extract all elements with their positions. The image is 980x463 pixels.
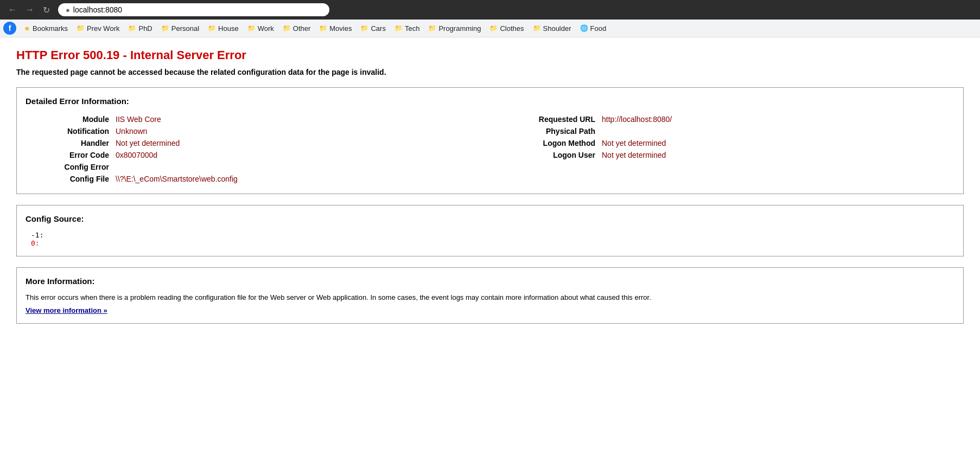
more-info-box: More Information: This error occurs when… xyxy=(16,267,964,324)
bookmark-item-work[interactable]: 📁 Work xyxy=(243,23,278,34)
folder-icon: 📁 xyxy=(428,24,436,32)
bookmark-label: Prev Work xyxy=(87,24,119,33)
folder-icon: 📁 xyxy=(319,24,327,32)
bookmark-label: Movies xyxy=(329,24,352,33)
config-line-2: 0: xyxy=(31,239,954,247)
bookmark-label: Clothes xyxy=(500,24,524,33)
table-row: Module IIS Web Core xyxy=(26,113,490,125)
field-label: Handler xyxy=(26,137,112,149)
star-icon: ★ xyxy=(24,24,30,33)
config-source-title: Config Source: xyxy=(26,214,954,223)
folder-icon: 📁 xyxy=(533,24,541,32)
bookmark-item-bookmarks[interactable]: ★ Bookmarks xyxy=(20,23,72,34)
lock-icon: ● xyxy=(66,6,70,14)
left-details: Module IIS Web Core Notification Unknown… xyxy=(26,113,490,185)
field-label: Config File xyxy=(26,173,112,185)
field-label: Logon User xyxy=(490,149,599,161)
folder-icon: 📁 xyxy=(283,24,291,32)
bookmark-item-tech[interactable]: 📁 Tech xyxy=(390,23,424,34)
folder-icon: 📁 xyxy=(128,24,136,32)
config-source-box: Config Source: -1: 0: xyxy=(16,205,964,256)
page-content: HTTP Error 500.19 - Internal Server Erro… xyxy=(0,37,980,345)
table-row: Requested URL http://localhost:8080/ xyxy=(490,113,954,125)
bookmark-label: Other xyxy=(293,24,311,33)
bookmark-label: Work xyxy=(258,24,274,33)
bookmark-label: Shoulder xyxy=(543,24,571,33)
facebook-icon[interactable]: f xyxy=(3,22,16,35)
folder-icon: 📁 xyxy=(161,24,169,32)
bookmark-label: PhD xyxy=(138,24,152,33)
detailed-error-title: Detailed Error Information: xyxy=(26,97,954,106)
table-row: Logon User Not yet determined xyxy=(490,149,954,161)
bookmark-item-prevwork[interactable]: 📁 Prev Work xyxy=(72,23,124,34)
error-title: HTTP Error 500.19 - Internal Server Erro… xyxy=(16,48,964,62)
browser-chrome: ← → ↻ ● xyxy=(0,0,980,20)
config-source-content: -1: 0: xyxy=(26,231,954,247)
folder-icon: 📁 xyxy=(394,24,403,32)
field-value xyxy=(112,161,490,173)
folder-icon: 📁 xyxy=(247,24,256,32)
more-info-link[interactable]: View more information » xyxy=(26,306,107,314)
table-row: Notification Unknown xyxy=(26,125,490,137)
table-row: Config Error xyxy=(26,161,490,173)
more-info-text: This error occurs when there is a proble… xyxy=(26,293,954,301)
bookmark-label: Tech xyxy=(405,24,419,33)
field-label: Module xyxy=(26,113,112,125)
bookmark-label: Personal xyxy=(171,24,199,33)
bookmark-item-programming[interactable]: 📁 Programming xyxy=(424,23,485,34)
field-label: Requested URL xyxy=(490,113,599,125)
field-value xyxy=(599,125,954,137)
bookmark-item-movies[interactable]: 📁 Movies xyxy=(315,23,356,34)
bookmark-label: Cars xyxy=(371,24,385,33)
bookmark-label: Programming xyxy=(438,24,481,33)
bookmark-label: House xyxy=(218,24,239,33)
forward-button[interactable]: → xyxy=(23,4,37,16)
field-value: Unknown xyxy=(112,125,490,137)
back-button[interactable]: ← xyxy=(5,4,20,16)
field-value: \\?\E:\_eCom\Smartstore\web.config xyxy=(112,173,490,185)
field-label: Config Error xyxy=(26,161,112,173)
field-value: 0x8007000d xyxy=(112,149,490,161)
field-value: IIS Web Core xyxy=(112,113,490,125)
error-subtitle: The requested page cannot be accessed be… xyxy=(16,68,964,76)
table-row: Physical Path xyxy=(490,125,954,137)
table-row: Config File \\?\E:\_eCom\Smartstore\web.… xyxy=(26,173,490,185)
folder-icon: 📁 xyxy=(489,24,498,32)
reload-button[interactable]: ↻ xyxy=(40,4,53,16)
address-bar[interactable]: ● xyxy=(58,3,329,16)
bookmark-item-cars[interactable]: 📁 Cars xyxy=(356,23,390,34)
bookmark-label: Bookmarks xyxy=(33,24,68,33)
folder-icon: 📁 xyxy=(208,24,216,32)
folder-icon: 📁 xyxy=(360,24,368,32)
bookmark-item-clothes[interactable]: 📁 Clothes xyxy=(485,23,528,34)
field-value: Not yet determined xyxy=(112,137,490,149)
bookmark-item-shoulder[interactable]: 📁 Shoulder xyxy=(529,23,576,34)
bookmark-item-phd[interactable]: 📁 PhD xyxy=(124,23,156,34)
right-table: Requested URL http://localhost:8080/ Phy… xyxy=(490,113,954,161)
bookmark-item-house[interactable]: 📁 House xyxy=(203,23,243,34)
bookmarks-bar: f ★ Bookmarks 📁 Prev Work 📁 PhD 📁 Person… xyxy=(0,20,980,37)
right-details: Requested URL http://localhost:8080/ Phy… xyxy=(490,113,954,185)
more-info-title: More Information: xyxy=(26,276,954,286)
field-value: http://localhost:8080/ xyxy=(599,113,954,125)
bookmark-item-personal[interactable]: 📁 Personal xyxy=(157,23,203,34)
field-label: Notification xyxy=(26,125,112,137)
table-row: Logon Method Not yet determined xyxy=(490,137,954,149)
table-row: Error Code 0x8007000d xyxy=(26,149,490,161)
field-value: Not yet determined xyxy=(599,149,954,161)
bookmark-label: Food xyxy=(590,24,607,33)
detailed-error-box: Detailed Error Information: Module IIS W… xyxy=(16,87,964,194)
error-details-table: Module IIS Web Core Notification Unknown… xyxy=(26,113,954,185)
field-value: Not yet determined xyxy=(599,137,954,149)
field-label: Physical Path xyxy=(490,125,599,137)
folder-icon: 📁 xyxy=(77,24,85,32)
bookmark-item-other[interactable]: 📁 Other xyxy=(278,23,315,34)
bookmark-item-food[interactable]: 🌐 Food xyxy=(576,23,611,34)
globe-icon: 🌐 xyxy=(580,24,588,32)
table-row: Handler Not yet determined xyxy=(26,137,490,149)
url-input[interactable] xyxy=(73,5,322,14)
config-line-1: -1: xyxy=(31,231,954,239)
left-table: Module IIS Web Core Notification Unknown… xyxy=(26,113,490,185)
field-label: Logon Method xyxy=(490,137,599,149)
nav-buttons: ← → ↻ xyxy=(5,4,53,16)
